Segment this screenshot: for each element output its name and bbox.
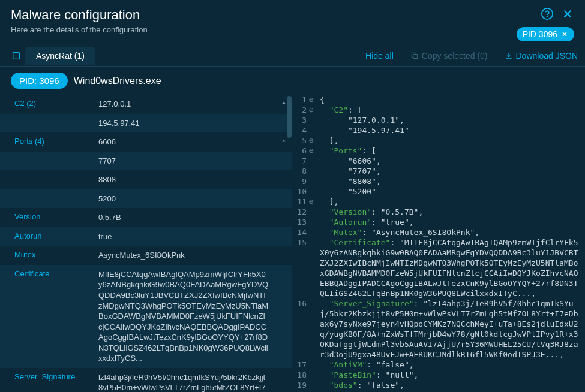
config-row[interactable]: Version0.5.7B — [0, 208, 292, 227]
header: Malware configuration Here are the detai… — [0, 0, 585, 40]
page-subtitle: Here are the details of the configuratio… — [11, 25, 541, 34]
copy-selected-button[interactable]: Copy selected (0) — [410, 51, 488, 61]
config-key: Server_Signature — [14, 372, 98, 381]
config-key: Mutex — [14, 250, 98, 259]
config-row[interactable]: Autoruntrue — [0, 227, 292, 246]
config-row[interactable]: CertificateMIIE8jCCAtqgAwIBAgIQAMp9zmWIj… — [0, 265, 292, 368]
config-key: Autorun — [14, 231, 98, 240]
code-line: 15 "Certificate": "MIIE8jCCAtqgAwIBAgIQA… — [292, 237, 585, 298]
process-name: Wind0wsDrivers.exe — [74, 76, 161, 86]
code-line: 7 "6606", — [292, 156, 585, 166]
config-key: Certificate — [14, 269, 98, 278]
process-bar: PID: 3096 Wind0wsDrivers.exe — [0, 67, 585, 95]
config-value: 8808 — [98, 174, 281, 185]
config-key: Version — [14, 212, 98, 221]
config-value: true — [98, 231, 281, 242]
download-json-button[interactable]: Download JSON — [505, 51, 578, 61]
close-icon[interactable] — [561, 7, 574, 20]
config-key: Ports (4) — [14, 137, 98, 146]
code-line: 2⊖ "C2": [ — [292, 105, 585, 115]
config-value: 0.5.7B — [98, 212, 281, 223]
select-all-checkbox[interactable] — [7, 51, 25, 61]
code-line: 1⊖{ — [292, 95, 585, 105]
svg-rect-2 — [13, 52, 20, 59]
collapse-caret-icon[interactable] — [280, 137, 288, 145]
code-line: 8 "7707", — [292, 166, 585, 176]
help-icon[interactable] — [541, 7, 554, 20]
config-value: lzI4ahp3j/IeR9hV5f/0hhc1qmIkSYuj/5bkr2Kb… — [98, 372, 281, 392]
config-value: 6606 — [98, 137, 281, 147]
code-line: 17 "AntiVM": "false", — [292, 360, 585, 370]
config-row[interactable]: 8808 — [0, 170, 292, 189]
config-value: 5200 — [98, 194, 281, 204]
code-line: 12 "Version": "0.5.7B", — [292, 207, 585, 217]
code-line: 3 "127.0.0.1", — [292, 115, 585, 125]
process-pid-badge: PID: 3096 — [11, 73, 68, 89]
code-line: 14 "Mutex": "AsyncMutex_6SI8OkPnk", — [292, 227, 585, 237]
code-line: 18 "PasteBin": "null", — [292, 370, 585, 380]
svg-rect-3 — [413, 54, 417, 58]
code-line: 19 "bdos": "false", — [292, 380, 585, 390]
config-row[interactable]: 7707 — [0, 152, 292, 171]
code-line: 5⊖ ], — [292, 135, 585, 146]
config-row[interactable]: Server_SignaturelzI4ahp3j/IeR9hV5f/0hhc1… — [0, 368, 292, 392]
config-value: MIIE8jCCAtqgAwIBAgIQAMp9zmWIjfClrYFk5X0y… — [98, 269, 281, 364]
config-panel: C2 (2)127.0.0.1194.5.97.41Ports (4)66067… — [0, 95, 292, 392]
config-row[interactable]: C2 (2)127.0.0.1 — [0, 95, 292, 114]
code-line: 13 "Autorun": "true", — [292, 217, 585, 227]
code-line: 10 "5200" — [292, 186, 585, 197]
config-row[interactable]: MutexAsyncMutex_6SI8OkPnk — [0, 246, 292, 265]
code-line: 16 "Server_Signature": "lzI4ahp3j/IeR9hV… — [292, 298, 585, 360]
hide-all-button[interactable]: Hide all — [365, 51, 394, 61]
json-viewer: 1⊖{2⊖ "C2": [3 "127.0.0.1",4 "194.5.97.4… — [292, 95, 585, 392]
config-value: 194.5.97.41 — [98, 118, 281, 129]
code-line: 4 "194.5.97.41" — [292, 125, 585, 135]
pid-badge[interactable]: PID 3096 — [517, 27, 574, 41]
toolbar: AsyncRat (1) Hide all Copy selected (0) … — [0, 45, 585, 67]
code-line: 11⊖ ], — [292, 197, 585, 207]
code-line: 6⊖ "Ports": [ — [292, 146, 585, 156]
config-value: AsyncMutex_6SI8OkPnk — [98, 250, 281, 261]
svg-point-0 — [542, 8, 553, 19]
config-row[interactable]: 194.5.97.41 — [0, 114, 292, 133]
config-row[interactable]: 5200 — [0, 189, 292, 209]
code-line: 9 "8808", — [292, 176, 585, 186]
collapse-caret-icon[interactable] — [280, 99, 288, 107]
page-title: Malware configuration — [11, 7, 541, 23]
tab-asyncrat[interactable]: AsyncRat (1) — [25, 47, 95, 65]
config-value: 127.0.0.1 — [98, 99, 281, 110]
svg-point-1 — [547, 16, 548, 17]
config-row[interactable]: Ports (4)6606 — [0, 132, 292, 152]
config-value: 7707 — [98, 156, 281, 167]
config-key: C2 (2) — [14, 99, 98, 108]
